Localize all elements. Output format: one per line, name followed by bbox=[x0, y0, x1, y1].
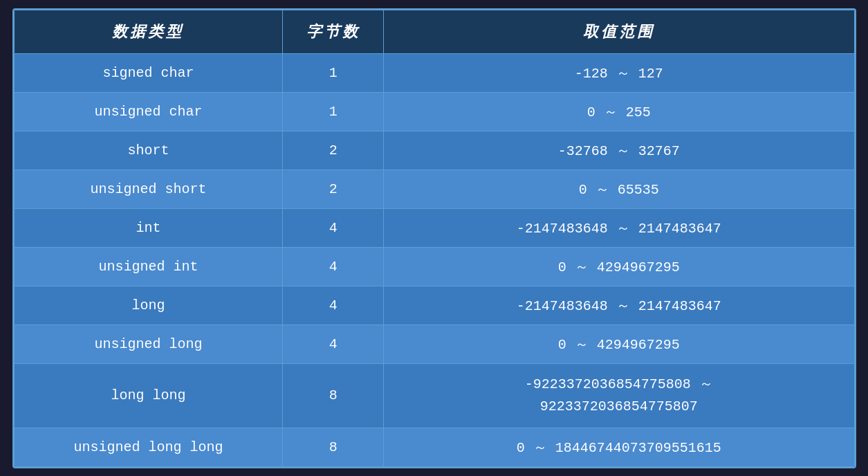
cell-bytes: 4 bbox=[283, 286, 384, 324]
table-row: unsigned long40 ～ 4294967295 bbox=[14, 324, 854, 363]
header-range: 取值范围 bbox=[384, 10, 854, 53]
table-row: unsigned long long80 ～ 18446744073709551… bbox=[14, 428, 854, 466]
cell-range: -9223372036854775808 ～922337203685477580… bbox=[384, 363, 854, 428]
cell-type: short bbox=[14, 131, 283, 170]
table-row: unsigned char10 ～ 255 bbox=[14, 92, 854, 131]
cell-range: 0 ～ 65535 bbox=[384, 170, 854, 208]
header-bytes: 字节数 bbox=[283, 10, 384, 53]
cell-type: unsigned short bbox=[14, 170, 283, 208]
cell-range: -2147483648 ～ 2147483647 bbox=[384, 286, 854, 324]
cell-range: 0 ～ 255 bbox=[384, 92, 854, 131]
cell-bytes: 2 bbox=[283, 170, 384, 208]
table-row: short2-32768 ～ 32767 bbox=[14, 131, 854, 170]
cell-type: long long bbox=[14, 363, 283, 428]
cell-range: -2147483648 ～ 2147483647 bbox=[384, 208, 854, 247]
table-row: int4-2147483648 ～ 2147483647 bbox=[14, 208, 854, 247]
cell-bytes: 8 bbox=[283, 428, 384, 466]
table-row: signed char1-128 ～ 127 bbox=[14, 53, 854, 92]
cell-range: -32768 ～ 32767 bbox=[384, 131, 854, 170]
cell-type: unsigned long bbox=[14, 324, 283, 363]
table-row: long long8-9223372036854775808 ～92233720… bbox=[14, 363, 854, 428]
cell-type: unsigned char bbox=[14, 92, 283, 131]
cell-bytes: 4 bbox=[283, 208, 384, 247]
cell-bytes: 8 bbox=[283, 363, 384, 428]
cell-type: unsigned long long bbox=[14, 428, 283, 466]
table-row: long4-2147483648 ～ 2147483647 bbox=[14, 286, 854, 324]
cell-type: long bbox=[14, 286, 283, 324]
cell-range: 0 ～ 4294967295 bbox=[384, 324, 854, 363]
cell-bytes: 1 bbox=[283, 92, 384, 131]
cell-range: 0 ～ 4294967295 bbox=[384, 247, 854, 286]
cell-type: signed char bbox=[14, 53, 283, 92]
table-header-row: 数据类型 字节数 取值范围 bbox=[14, 10, 854, 53]
cell-bytes: 2 bbox=[283, 131, 384, 170]
table-row: unsigned int40 ～ 4294967295 bbox=[14, 247, 854, 286]
cell-range: 0 ～ 18446744073709551615 bbox=[384, 428, 854, 466]
table-row: unsigned short20 ～ 65535 bbox=[14, 170, 854, 208]
cell-type: int bbox=[14, 208, 283, 247]
cell-type: unsigned int bbox=[14, 247, 283, 286]
cell-bytes: 4 bbox=[283, 324, 384, 363]
cell-bytes: 1 bbox=[283, 53, 384, 92]
cell-bytes: 4 bbox=[283, 247, 384, 286]
data-types-table: 数据类型 字节数 取值范围 signed char1-128 ～ 127unsi… bbox=[12, 8, 856, 468]
cell-range: -128 ～ 127 bbox=[384, 53, 854, 92]
header-type: 数据类型 bbox=[14, 10, 283, 53]
